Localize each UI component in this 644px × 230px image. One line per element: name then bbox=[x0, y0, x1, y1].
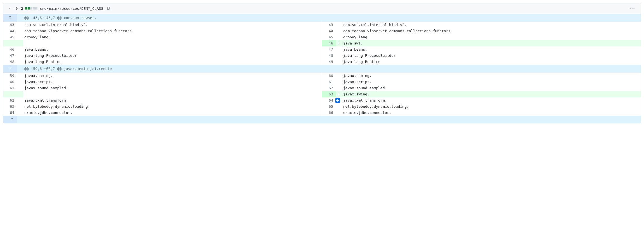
line-marker-right bbox=[336, 73, 342, 79]
line-marker-left bbox=[17, 91, 23, 97]
unfold-icon bbox=[15, 6, 18, 10]
line-marker-left bbox=[17, 40, 23, 46]
line-marker-left bbox=[17, 104, 23, 110]
diffstat-block-neutral bbox=[35, 7, 37, 10]
line-marker-right: + bbox=[336, 91, 342, 97]
line-marker-right bbox=[336, 34, 342, 40]
line-number-right[interactable]: 65 bbox=[322, 104, 336, 110]
code-cell-left bbox=[23, 91, 322, 97]
line-marker-left bbox=[17, 46, 23, 53]
line-number-right[interactable]: 63 bbox=[322, 91, 336, 97]
line-number-left[interactable]: 45 bbox=[3, 34, 17, 40]
copy-path-button[interactable] bbox=[105, 5, 112, 11]
code-cell-left: javax.naming. bbox=[23, 73, 322, 79]
plus-icon bbox=[336, 99, 339, 102]
expand-hunk-button[interactable] bbox=[3, 14, 17, 22]
diffstat-block-added bbox=[28, 7, 30, 10]
diff-table: @@ -43,6 +43,7 @@ com.sun.rowset.43com.s… bbox=[3, 14, 641, 123]
code-cell-left: java.beans. bbox=[23, 46, 322, 53]
line-marker-left bbox=[17, 34, 23, 40]
line-number-right[interactable]: 49 bbox=[322, 59, 336, 65]
code-cell-right: javax.naming. bbox=[342, 73, 641, 79]
code-cell-right: javax.sound.sampled. bbox=[342, 85, 641, 91]
file-header: 2 src/main/resources/DENY_CLASS ··· bbox=[3, 3, 641, 14]
code-cell-right: com.taobao.vipserver.commons.collections… bbox=[342, 28, 641, 34]
line-number-right[interactable]: 64 bbox=[322, 97, 336, 104]
code-cell-right: com.sun.xml.internal.bind.v2. bbox=[342, 22, 641, 28]
line-number-right[interactable]: 47 bbox=[322, 46, 336, 53]
line-number-left[interactable]: 62 bbox=[3, 97, 17, 104]
line-marker-left bbox=[17, 85, 23, 91]
code-cell-right: groovy.lang. bbox=[342, 34, 641, 40]
line-number-right[interactable]: 62 bbox=[322, 85, 336, 91]
chevron-down-icon bbox=[8, 7, 11, 10]
code-cell-left: javax.xml.transform. bbox=[23, 97, 322, 104]
line-marker-right bbox=[336, 28, 342, 34]
line-number-left[interactable]: 43 bbox=[3, 22, 17, 28]
line-number-left[interactable]: 46 bbox=[3, 46, 17, 53]
expand-hunk-button[interactable] bbox=[3, 65, 17, 73]
code-cell-left: javax.sound.sampled. bbox=[23, 85, 322, 91]
line-number-right[interactable]: 46 bbox=[322, 40, 336, 46]
line-number-left[interactable]: 64 bbox=[3, 110, 17, 116]
line-number-left[interactable]: 63 bbox=[3, 104, 17, 110]
line-marker-right bbox=[336, 85, 342, 91]
line-number-left[interactable]: 44 bbox=[3, 28, 17, 34]
line-marker-right: + bbox=[336, 40, 342, 46]
code-cell-left: java.lang.Runtime bbox=[23, 59, 322, 65]
line-number-left[interactable]: 47 bbox=[3, 53, 17, 59]
line-marker-right bbox=[336, 104, 342, 110]
hunk-marker bbox=[17, 65, 23, 73]
diffstat-block-neutral bbox=[30, 7, 32, 10]
line-number-right[interactable]: 45 bbox=[322, 34, 336, 40]
line-marker-left bbox=[17, 110, 23, 116]
line-number-right[interactable]: 43 bbox=[322, 22, 336, 28]
file-actions-menu[interactable]: ··· bbox=[628, 6, 636, 11]
code-cell-left: groovy.lang. bbox=[23, 34, 322, 40]
code-cell-right: java.beans. bbox=[342, 46, 641, 53]
kebab-icon: ··· bbox=[629, 6, 635, 11]
code-cell-right: oracle.jdbc.connector. bbox=[342, 110, 641, 116]
hunk-header: @@ -43,6 +43,7 @@ com.sun.rowset. bbox=[23, 14, 641, 22]
collapse-toggle[interactable] bbox=[8, 6, 12, 11]
line-number-left[interactable]: 61 bbox=[3, 85, 17, 91]
line-number-right[interactable]: 44 bbox=[322, 28, 336, 34]
line-number-right[interactable]: 66 bbox=[322, 110, 336, 116]
code-cell-right: javax.xml.transform. bbox=[342, 97, 641, 104]
code-cell-right: javax.script. bbox=[342, 79, 641, 85]
line-number-left[interactable]: 60 bbox=[3, 79, 17, 85]
expand-spacer[interactable] bbox=[17, 116, 641, 123]
line-marker-right bbox=[336, 110, 342, 116]
code-cell-left: oracle.jdbc.connector. bbox=[23, 110, 322, 116]
line-number-left[interactable]: 48 bbox=[3, 59, 17, 65]
line-marker-left bbox=[17, 22, 23, 28]
code-cell-left: com.taobao.vipserver.commons.collections… bbox=[23, 28, 322, 34]
line-number-right[interactable]: 61 bbox=[322, 79, 336, 85]
line-marker-right bbox=[336, 22, 342, 28]
code-cell-left: java.lang.ProcessBuilder bbox=[23, 53, 322, 59]
expand-all-button[interactable] bbox=[14, 6, 19, 11]
code-cell-left: com.sun.xml.internal.bind.v2. bbox=[23, 22, 322, 28]
line-marker-left bbox=[17, 28, 23, 34]
line-number-right[interactable]: 60 bbox=[322, 73, 336, 79]
line-marker-right bbox=[336, 53, 342, 59]
diffstat-count: 2 bbox=[21, 6, 23, 11]
line-number-left[interactable]: 59 bbox=[3, 73, 17, 79]
line-number-left[interactable] bbox=[3, 91, 17, 97]
line-marker-left bbox=[17, 73, 23, 79]
add-comment-button[interactable] bbox=[335, 98, 340, 103]
line-number-left[interactable] bbox=[3, 40, 17, 46]
line-marker-right bbox=[336, 79, 342, 85]
hunk-header: @@ -59,6 +60,7 @@ javax.media.jai.remote… bbox=[23, 65, 641, 73]
line-marker-right bbox=[336, 46, 342, 53]
code-cell-left: net.bytebuddy.dynamic.loading. bbox=[23, 104, 322, 110]
file-path[interactable]: src/main/resources/DENY_CLASS bbox=[40, 6, 103, 11]
expand-down-button[interactable] bbox=[3, 116, 17, 123]
diffstat-block-neutral bbox=[33, 7, 35, 10]
code-cell-right: javax.swing. bbox=[342, 91, 641, 97]
code-cell-left bbox=[23, 40, 322, 46]
code-cell-left: javax.script. bbox=[23, 79, 322, 85]
line-marker-left bbox=[17, 79, 23, 85]
code-cell-right: java.lang.ProcessBuilder bbox=[342, 53, 641, 59]
line-number-right[interactable]: 48 bbox=[322, 53, 336, 59]
